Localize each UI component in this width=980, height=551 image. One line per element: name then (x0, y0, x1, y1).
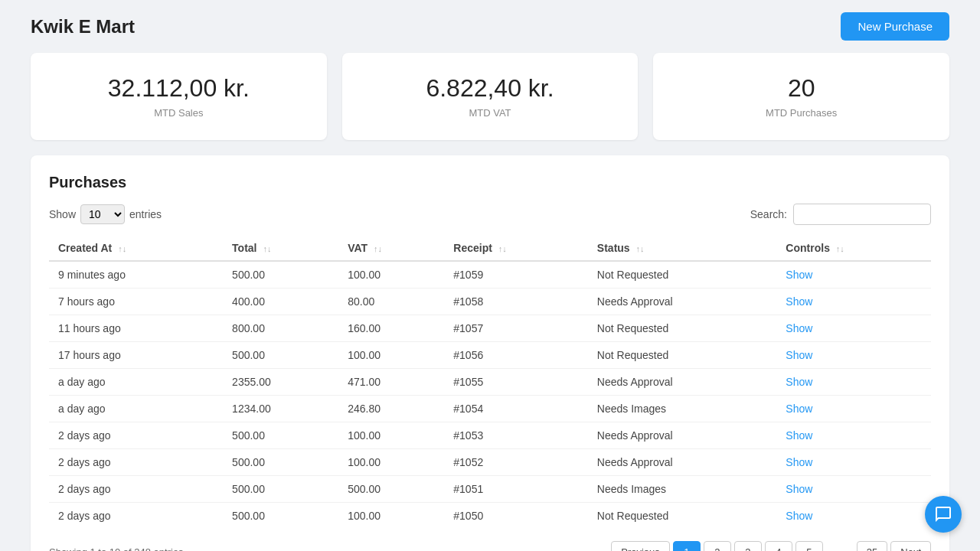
col-receipt[interactable]: Receipt ↑↓ (444, 236, 588, 261)
cell-receipt: #1054 (444, 396, 588, 422)
new-purchase-button[interactable]: New Purchase (841, 12, 949, 41)
show-link[interactable]: Show (786, 349, 812, 361)
cell-vat: 100.00 (338, 449, 444, 476)
table-controls: Show 10 25 50 100 entries Search: (49, 204, 931, 225)
cell-status: Needs Approval (588, 369, 777, 396)
show-entries-control: Show 10 25 50 100 entries (49, 204, 162, 224)
page-1-button[interactable]: 1 (673, 541, 701, 551)
table-footer: Showing 1 to 10 of 348 entries Previous … (49, 541, 931, 551)
cell-created-at: 2 days ago (49, 503, 223, 530)
entries-select[interactable]: 10 25 50 100 (80, 204, 125, 224)
pagination: Previous 1 2 3 4 5 ... 35 Next (611, 541, 931, 551)
chat-bubble-button[interactable] (925, 496, 962, 533)
col-total[interactable]: Total ↑↓ (223, 236, 338, 261)
cell-created-at: 2 days ago (49, 476, 223, 503)
page-4-button[interactable]: 4 (765, 541, 792, 551)
cell-status: Needs Approval (588, 449, 777, 476)
col-vat[interactable]: VAT ↑↓ (338, 236, 444, 261)
show-link[interactable]: Show (786, 403, 812, 415)
cell-vat: 500.00 (338, 476, 444, 503)
mtd-purchases-label: MTD Purchases (668, 107, 934, 119)
show-link[interactable]: Show (786, 269, 812, 281)
cell-status: Not Requested (588, 261, 777, 289)
sort-icon-total: ↑↓ (263, 244, 271, 253)
table-header-row: Created At ↑↓ Total ↑↓ VAT ↑↓ Receipt ↑↓… (49, 236, 931, 261)
show-link[interactable]: Show (786, 429, 812, 442)
show-link[interactable]: Show (786, 295, 812, 308)
cell-total: 2355.00 (223, 369, 338, 396)
table-row: 2 days ago 500.00 500.00 #1051 Needs Ima… (49, 476, 931, 503)
show-link[interactable]: Show (786, 510, 812, 522)
table-row: 9 minutes ago 500.00 100.00 #1059 Not Re… (49, 261, 931, 289)
cell-controls: Show (776, 342, 931, 369)
cell-controls: Show (776, 369, 931, 396)
col-controls[interactable]: Controls ↑↓ (776, 236, 931, 261)
cell-created-at: 2 days ago (49, 449, 223, 476)
chat-icon (934, 505, 952, 523)
show-link[interactable]: Show (786, 322, 812, 334)
cell-controls: Show (776, 476, 931, 503)
cell-status: Not Requested (588, 342, 777, 369)
cell-vat: 160.00 (338, 315, 444, 342)
cell-created-at: 17 hours ago (49, 342, 223, 369)
sort-icon-vat: ↑↓ (374, 244, 382, 253)
search-input[interactable] (793, 204, 931, 225)
stat-card-purchases: 20 MTD Purchases (653, 53, 949, 140)
search-area: Search: (750, 204, 931, 225)
table-row: 17 hours ago 500.00 100.00 #1056 Not Req… (49, 342, 931, 369)
purchases-table: Created At ↑↓ Total ↑↓ VAT ↑↓ Receipt ↑↓… (49, 236, 931, 529)
cell-created-at: a day ago (49, 396, 223, 422)
cell-vat: 100.00 (338, 422, 444, 449)
mtd-purchases-value: 20 (668, 74, 934, 103)
cell-receipt: #1059 (444, 261, 588, 289)
show-link[interactable]: Show (786, 483, 812, 495)
sort-icon-status: ↑↓ (636, 244, 645, 253)
sort-icon-receipt: ↑↓ (498, 244, 507, 253)
cell-total: 500.00 (223, 503, 338, 530)
cell-receipt: #1053 (444, 422, 588, 449)
page-2-button[interactable]: 2 (704, 541, 731, 551)
cell-controls: Show (776, 396, 931, 422)
app-title: Kwik E Mart (31, 16, 135, 37)
next-page-button[interactable]: Next (890, 541, 931, 551)
cell-receipt: #1051 (444, 476, 588, 503)
page-5-button[interactable]: 5 (795, 541, 823, 551)
entries-label: entries (129, 208, 162, 220)
prev-page-button[interactable]: Previous (611, 541, 670, 551)
cell-status: Not Requested (588, 503, 777, 530)
table-row: 2 days ago 500.00 100.00 #1052 Needs App… (49, 449, 931, 476)
mtd-sales-label: MTD Sales (46, 107, 312, 119)
cell-vat: 100.00 (338, 261, 444, 289)
cell-vat: 246.80 (338, 396, 444, 422)
table-row: 2 days ago 500.00 100.00 #1050 Not Reque… (49, 503, 931, 530)
cell-vat: 100.00 (338, 342, 444, 369)
show-link[interactable]: Show (786, 456, 812, 468)
page-35-button[interactable]: 35 (857, 541, 887, 551)
col-created-at[interactable]: Created At ↑↓ (49, 236, 223, 261)
header: Kwik E Mart New Purchase (0, 0, 980, 53)
showing-text: Showing 1 to 10 of 348 entries (49, 546, 184, 551)
mtd-vat-value: 6.822,40 kr. (358, 74, 623, 103)
cell-controls: Show (776, 261, 931, 289)
cell-controls: Show (776, 422, 931, 449)
cell-vat: 471.00 (338, 369, 444, 396)
cell-total: 800.00 (223, 315, 338, 342)
page-3-button[interactable]: 3 (734, 541, 762, 551)
table-row: a day ago 1234.00 246.80 #1054 Needs Ima… (49, 396, 931, 422)
mtd-sales-value: 32.112,00 kr. (46, 74, 312, 103)
cell-status: Needs Images (588, 476, 777, 503)
cell-total: 500.00 (223, 422, 338, 449)
cell-total: 400.00 (223, 289, 338, 315)
stat-card-sales: 32.112,00 kr. MTD Sales (31, 53, 327, 140)
cell-receipt: #1057 (444, 315, 588, 342)
cell-controls: Show (776, 315, 931, 342)
col-status[interactable]: Status ↑↓ (588, 236, 777, 261)
cell-receipt: #1055 (444, 369, 588, 396)
cell-controls: Show (776, 503, 931, 530)
cell-total: 500.00 (223, 342, 338, 369)
show-link[interactable]: Show (786, 376, 812, 388)
table-row: 2 days ago 500.00 100.00 #1053 Needs App… (49, 422, 931, 449)
sort-icon-created-at: ↑↓ (118, 244, 126, 253)
page-dots: ... (826, 542, 854, 551)
cell-created-at: a day ago (49, 369, 223, 396)
